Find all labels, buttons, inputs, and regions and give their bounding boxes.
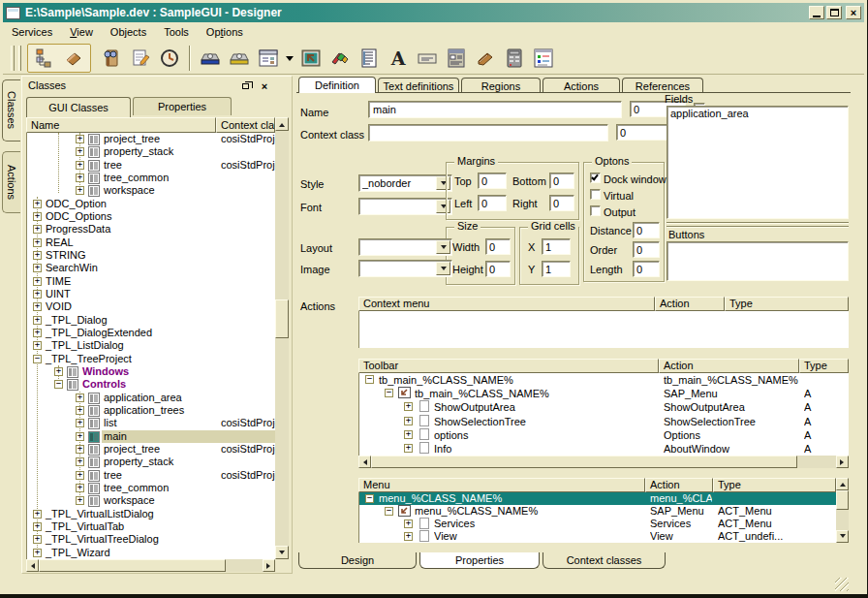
dock-window-checkbox[interactable]	[590, 173, 601, 183]
column-header-type[interactable]: Type	[799, 359, 849, 373]
column-header-action[interactable]: Action	[655, 297, 725, 311]
edit-document-icon[interactable]	[126, 46, 155, 71]
tree-expand-toggle[interactable]: +	[33, 238, 42, 247]
tree-expand-toggle[interactable]: +	[76, 147, 84, 156]
tree-item[interactable]: +ODC_Options	[27, 210, 275, 223]
tree-expand-toggle[interactable]: +	[76, 457, 84, 466]
close-panel-button[interactable]: ×	[258, 80, 271, 92]
tree-vscrollbar[interactable]	[275, 117, 289, 559]
tree-item[interactable]: +_TPL_ListDialog	[27, 339, 275, 352]
tree-expand-toggle[interactable]: +	[33, 277, 42, 286]
column-header-context-menu[interactable]: Context menu	[358, 297, 655, 311]
help-book-icon[interactable]	[97, 46, 126, 71]
listbox-item[interactable]: application_area	[670, 108, 845, 119]
maximize-button[interactable]	[826, 6, 842, 19]
tree-expand-toggle[interactable]: +	[76, 432, 84, 441]
table-row[interactable]: −tb_main_%CLASS_NAME%SAP_MenuA	[359, 387, 849, 400]
table-row[interactable]: −tb_main_%CLASS_NAME%tb_main_%CLASS_NAME…	[359, 373, 849, 387]
save-drive-blue-icon[interactable]	[196, 46, 225, 71]
column-header-type[interactable]: Type	[725, 297, 849, 311]
column-header-type[interactable]: Type	[713, 478, 836, 492]
margin-right-input[interactable]: 0	[549, 195, 574, 211]
tree-expand-toggle[interactable]: +	[76, 135, 84, 143]
row-expand-toggle[interactable]: +	[404, 430, 413, 439]
scroll-right-button[interactable]	[263, 559, 275, 572]
tree-expand-toggle[interactable]: +	[76, 393, 84, 402]
hscroll-thumb[interactable]	[39, 559, 226, 572]
tree-item[interactable]: +ODC_Option	[27, 198, 275, 210]
row-expand-toggle[interactable]: +	[404, 519, 413, 528]
context-class-number-input[interactable]: 0	[616, 124, 672, 141]
length-input[interactable]: 0	[633, 261, 660, 277]
panel-tab-properties[interactable]: Properties	[133, 97, 232, 115]
tree-item[interactable]: +_TPL_Dialog	[27, 314, 275, 327]
margin-bottom-input[interactable]: 0	[549, 173, 574, 189]
menu-item-view[interactable]: View	[61, 24, 102, 40]
scroll-down-button[interactable]	[275, 546, 289, 559]
output-checkbox[interactable]	[590, 205, 601, 216]
tree-expand-toggle[interactable]: +	[33, 212, 42, 221]
scroll-left-button[interactable]	[358, 456, 371, 468]
tree-item[interactable]: +treecosiStdProje	[27, 469, 275, 482]
column-header-toolbar[interactable]: Toolbar	[358, 359, 659, 373]
float-panel-button[interactable]	[238, 80, 252, 92]
tree-item[interactable]: +tree_common	[27, 482, 275, 494]
tree-expand-toggle[interactable]: +	[33, 200, 42, 208]
menu-item-options[interactable]: Options	[198, 24, 252, 40]
server-icon[interactable]	[500, 46, 529, 71]
tree-item[interactable]: +ProgressData	[27, 223, 275, 236]
column-header-action[interactable]: Action	[645, 478, 713, 492]
tree-expand-toggle[interactable]: +	[33, 329, 42, 337]
tree-item[interactable]: +SearchWin	[27, 262, 275, 274]
chevron-down-icon[interactable]	[436, 262, 450, 275]
name-input[interactable]: main	[368, 101, 622, 118]
tree-item[interactable]: +application_area	[27, 392, 275, 404]
tree-expand-toggle[interactable]: +	[76, 406, 84, 415]
tree-item[interactable]: +project_treecosiStdProje	[27, 443, 275, 456]
tree-expand-toggle[interactable]: +	[33, 225, 42, 234]
tree-item[interactable]: +application_trees	[27, 404, 275, 417]
tree-expand-toggle[interactable]: −	[54, 380, 63, 389]
column-header-action[interactable]: Action	[659, 359, 799, 373]
tree-item[interactable]: +_TPL_VirtualTab	[27, 520, 275, 533]
toolbar-drag-handle[interactable]	[18, 46, 21, 71]
row-expand-toggle[interactable]: −	[385, 389, 393, 397]
tree-item[interactable]: +_TPL_Wizard	[27, 547, 275, 559]
image-icon[interactable]	[296, 46, 326, 71]
tree-expand-toggle[interactable]: +	[33, 510, 42, 519]
tab-references[interactable]: References	[622, 78, 703, 93]
tree-item[interactable]: +workspace	[27, 184, 275, 197]
context-class-input[interactable]	[368, 124, 608, 142]
row-expand-toggle[interactable]: +	[404, 532, 413, 541]
tree-expand-toggle[interactable]: −	[33, 355, 42, 363]
table-row[interactable]: −menu_%CLASS_NAME%menu_%CLAS..	[359, 492, 836, 505]
column-header-menu[interactable]: Menu	[358, 478, 645, 492]
scroll-up-button[interactable]	[836, 478, 849, 490]
scroll-up-button[interactable]	[275, 117, 289, 131]
width-input[interactable]: 0	[485, 238, 511, 255]
tab-text-definitions[interactable]: Text definitions	[378, 78, 459, 93]
tree-expand-toggle[interactable]: +	[33, 535, 42, 544]
tree-expand-toggle[interactable]: +	[76, 161, 84, 170]
tree-item[interactable]: +TIME	[27, 275, 275, 288]
class-tree-icon[interactable]	[30, 46, 59, 71]
clock-icon[interactable]	[155, 46, 184, 71]
tree-expand-toggle[interactable]: +	[33, 264, 42, 272]
side-tab-classes[interactable]: Classes	[2, 79, 20, 142]
table-row[interactable]: +ViewViewACT_undefi...	[359, 530, 836, 543]
image-select[interactable]	[358, 260, 452, 277]
fields-buttons-splitter[interactable]	[666, 222, 849, 227]
order-input[interactable]: 0	[633, 241, 660, 258]
book-icon[interactable]	[471, 46, 500, 71]
save-drive-yellow-icon[interactable]	[225, 46, 254, 71]
column-context-class[interactable]: Context clas	[216, 117, 275, 133]
buttons-listbox[interactable]	[666, 241, 849, 281]
vscroll-thumb[interactable]	[275, 299, 289, 338]
tree-expand-toggle[interactable]: +	[76, 484, 84, 492]
tree-item[interactable]: +_TPL_VirtualTreeDialog	[27, 533, 275, 546]
tree-expand-toggle[interactable]: +	[33, 549, 42, 557]
form-list-icon[interactable]	[442, 46, 471, 71]
fields-listbox[interactable]: application_area	[666, 106, 849, 219]
tree-expand-toggle[interactable]: +	[76, 419, 84, 427]
tree-expand-toggle[interactable]: +	[33, 251, 42, 260]
